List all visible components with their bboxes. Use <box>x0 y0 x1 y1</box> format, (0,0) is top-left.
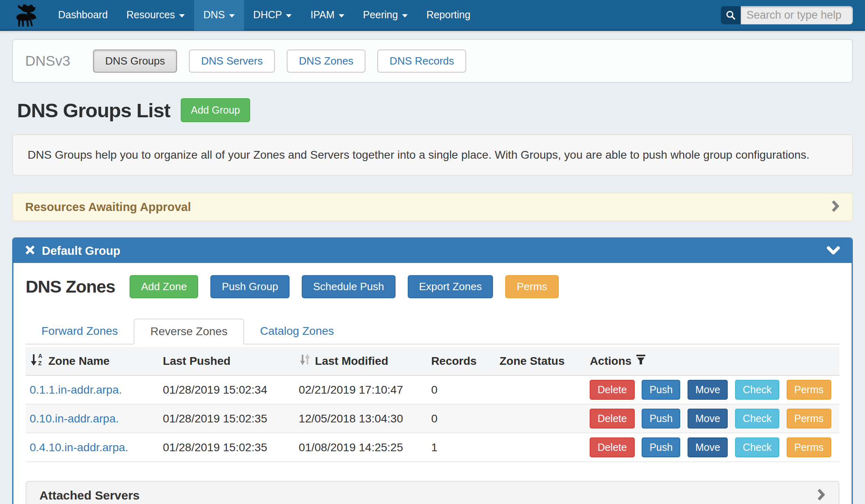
button-label: Add Zone <box>141 280 187 293</box>
column-header-records[interactable]: Records <box>427 347 495 375</box>
subnav-button-dns-groups[interactable]: DNS Groups <box>93 50 177 73</box>
button-label: Export Zones <box>419 280 482 293</box>
check-button[interactable]: Check <box>735 380 779 400</box>
page-title: DNS Groups List <box>17 99 170 122</box>
caret-down-icon <box>179 14 185 17</box>
column-header-last-modified[interactable]: Last Modified <box>295 347 427 375</box>
dnsv3-subnav: DNSv3 DNS Groups DNS Servers DNS Zones D… <box>12 39 853 83</box>
records-cell: 0 <box>427 404 495 433</box>
perms-button[interactable]: Perms <box>505 275 558 298</box>
push-button[interactable]: Push <box>642 409 680 429</box>
records-cell: 1 <box>427 433 495 462</box>
last-pushed-cell: 01/28/2019 15:02:35 <box>159 433 295 462</box>
tab-forward-zones[interactable]: Forward Zones <box>26 319 134 344</box>
attached-servers-bar[interactable]: Attached Servers <box>26 481 839 504</box>
check-button[interactable]: Check <box>735 437 779 457</box>
zone-name-link[interactable]: 0.1.1.in-addr.arpa. <box>30 383 122 396</box>
chevron-down-icon[interactable] <box>826 246 840 256</box>
column-label: Last Pushed <box>163 355 230 367</box>
move-button[interactable]: Move <box>688 380 728 400</box>
column-header-actions[interactable]: Actions <box>586 347 839 375</box>
sort-alpha-asc-icon[interactable]: A Z <box>30 353 44 369</box>
push-group-button[interactable]: Push Group <box>210 275 290 298</box>
moose-logo-icon[interactable] <box>12 3 37 27</box>
last-pushed-cell: 01/28/2019 15:02:35 <box>159 404 295 433</box>
button-label: Push Group <box>222 280 278 293</box>
zone-name-link[interactable]: 0.10.in-addr.arpa. <box>30 412 119 425</box>
tab-label: Forward Zones <box>41 325 118 338</box>
add-group-button[interactable]: Add Group <box>181 98 250 122</box>
zones-table: A Z Zone Name Last Pushed <box>26 347 839 462</box>
perms-button[interactable]: Perms <box>787 437 831 457</box>
column-header-zone-status[interactable]: Zone Status <box>495 347 586 375</box>
dns-zones-heading: DNS Zones <box>26 277 115 297</box>
tab-label: Catalog Zones <box>260 325 334 338</box>
delete-button[interactable]: Delete <box>590 437 634 457</box>
tab-catalog-zones[interactable]: Catalog Zones <box>244 319 350 344</box>
nav-item-ipam[interactable]: IPAM <box>301 0 353 30</box>
add-zone-button[interactable]: Add Zone <box>130 275 198 298</box>
button-label: Schedule Push <box>313 280 384 293</box>
nav-label: Reporting <box>426 9 470 21</box>
default-group-body: DNS Zones Add Zone Push Group Schedule P… <box>13 263 852 504</box>
subnav-button-dns-zones[interactable]: DNS Zones <box>287 50 365 73</box>
column-label: Records <box>431 355 477 367</box>
column-header-zone-name[interactable]: A Z Zone Name <box>26 347 159 375</box>
column-label: Actions <box>590 355 631 368</box>
export-zones-button[interactable]: Export Zones <box>408 275 493 298</box>
zone-name-link[interactable]: 0.4.10.in-addr.arpa. <box>30 441 128 454</box>
nav-item-resources[interactable]: Resources <box>117 0 194 30</box>
sort-both-icon[interactable] <box>299 353 311 369</box>
approval-label: Resources Awaiting Approval <box>25 200 191 214</box>
nav-item-dns[interactable]: DNS <box>194 0 244 30</box>
actions-cell: Delete Push Move Check Perms <box>586 375 839 404</box>
perms-button[interactable]: Perms <box>787 409 831 429</box>
nav-item-peering[interactable]: Peering <box>354 0 417 30</box>
subnav-button-label: DNS Groups <box>105 55 165 67</box>
caret-down-icon <box>339 14 344 17</box>
push-button[interactable]: Push <box>642 380 680 400</box>
page-heading-row: DNS Groups List Add Group <box>17 98 865 122</box>
perms-button[interactable]: Perms <box>787 380 831 400</box>
delete-button[interactable]: Delete <box>590 380 634 400</box>
actions-cell: Delete Push Move Check Perms <box>586 404 839 433</box>
description-panel: DNS Groups help you to organize all of y… <box>12 134 853 176</box>
last-pushed-cell: 01/28/2019 15:02:34 <box>159 375 295 404</box>
check-button[interactable]: Check <box>735 409 779 429</box>
default-group-panel: Default Group DNS Zones Add Zone Push Gr… <box>12 237 853 504</box>
attached-servers-label: Attached Servers <box>39 489 140 502</box>
nav-item-reporting[interactable]: Reporting <box>417 0 480 30</box>
subnav-button-dns-servers[interactable]: DNS Servers <box>189 50 275 73</box>
x-icon[interactable] <box>25 245 35 257</box>
zone-status-cell <box>495 433 586 462</box>
table-row: 0.10.in-addr.arpa. 01/28/2019 15:02:35 1… <box>26 404 839 433</box>
caret-down-icon <box>229 14 235 17</box>
subnav-button-dns-records[interactable]: DNS Records <box>377 50 466 73</box>
global-search <box>721 6 853 24</box>
search-icon[interactable] <box>721 6 741 24</box>
search-input[interactable] <box>741 6 853 24</box>
zone-tabs: Forward Zones Reverse Zones Catalog Zone… <box>26 319 839 345</box>
subnav-button-label: DNS Servers <box>201 55 263 67</box>
nav-label: DHCP <box>253 9 282 21</box>
column-label: Zone Status <box>500 355 564 367</box>
move-button[interactable]: Move <box>688 409 728 429</box>
resources-awaiting-approval-bar[interactable]: Resources Awaiting Approval <box>12 193 853 221</box>
nav-label: Peering <box>363 9 398 21</box>
caret-down-icon <box>286 14 292 17</box>
move-button[interactable]: Move <box>688 437 728 457</box>
default-group-header[interactable]: Default Group <box>13 239 852 263</box>
chevron-right-icon <box>817 488 826 503</box>
push-button[interactable]: Push <box>642 437 680 457</box>
tab-reverse-zones[interactable]: Reverse Zones <box>134 319 244 345</box>
schedule-push-button[interactable]: Schedule Push <box>302 275 396 298</box>
table-row: 0.1.1.in-addr.arpa. 01/28/2019 15:02:34 … <box>26 375 839 404</box>
top-navbar: Dashboard Resources DNS DHCP IPAM Peerin… <box>0 0 865 31</box>
nav-item-dashboard[interactable]: Dashboard <box>49 0 117 30</box>
filter-funnel-icon[interactable] <box>636 354 646 368</box>
delete-button[interactable]: Delete <box>590 409 634 429</box>
zone-status-cell <box>495 404 586 433</box>
column-header-last-pushed[interactable]: Last Pushed <box>159 347 295 375</box>
nav-item-dhcp[interactable]: DHCP <box>244 0 301 30</box>
dns-zones-toolbar: DNS Zones Add Zone Push Group Schedule P… <box>26 275 839 298</box>
